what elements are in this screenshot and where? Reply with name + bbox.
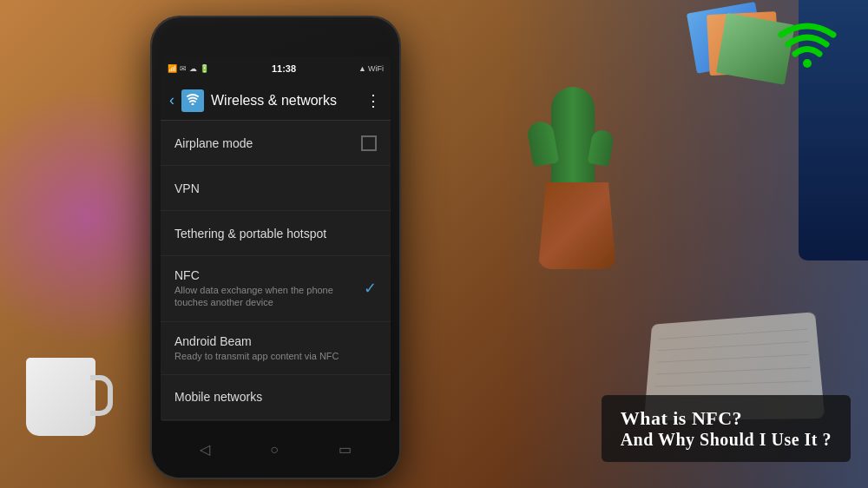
app-bar-icon — [181, 89, 204, 112]
airplane-mode-checkbox[interactable] — [361, 135, 377, 151]
bottom-text-line2: And Why Should I Use It ? — [621, 430, 832, 450]
phone-screen: 📶 ✉ ☁ 🔋 11:38 ▲ WiFi ‹ — [161, 56, 391, 421]
notification-icon: ☁ — [189, 64, 197, 73]
airplane-mode-item[interactable]: Airplane mode — [161, 121, 391, 166]
svg-point-0 — [803, 59, 812, 68]
svg-point-1 — [192, 103, 194, 106]
email-icon: ✉ — [180, 64, 187, 73]
vpn-title: VPN — [174, 181, 377, 195]
wifi-status-icon: WiFi — [368, 64, 384, 73]
nav-recents-button[interactable]: ▭ — [339, 441, 352, 458]
android-beam-subtitle: Ready to transmit app content via NFC — [174, 350, 377, 362]
battery-icon: 🔋 — [200, 64, 209, 73]
tethering-item[interactable]: Tethering & portable hotspot — [161, 211, 391, 256]
android-beam-content: Android Beam Ready to transmit app conte… — [174, 334, 377, 362]
airplane-mode-title: Airplane mode — [174, 136, 354, 150]
nfc-item[interactable]: NFC Allow data exchange when the phone t… — [161, 256, 391, 322]
mobile-networks-item[interactable]: Mobile networks — [161, 375, 391, 420]
status-time: 11:38 — [272, 63, 296, 74]
nfc-checkmark: ✓ — [364, 279, 377, 298]
nfc-subtitle: Allow data exchange when the phone touch… — [174, 284, 357, 309]
wifi-icon-large — [773, 13, 842, 69]
android-beam-title: Android Beam — [174, 334, 377, 348]
vpn-item[interactable]: VPN — [161, 166, 391, 211]
nfc-title: NFC — [174, 268, 357, 282]
mobile-networks-title: Mobile networks — [174, 390, 377, 404]
nav-home-button[interactable]: ○ — [270, 442, 279, 458]
tethering-content: Tethering & portable hotspot — [174, 227, 377, 241]
back-button[interactable]: ‹ — [169, 91, 174, 109]
android-beam-item[interactable]: Android Beam Ready to transmit app conte… — [161, 322, 391, 375]
bottom-text-overlay: What is NFC? And Why Should I Use It ? — [602, 395, 851, 462]
cactus — [551, 87, 595, 191]
tethering-title: Tethering & portable hotspot — [174, 227, 377, 241]
bottom-text-line1: What is NFC? — [621, 407, 832, 430]
nfc-content: NFC Allow data exchange when the phone t… — [174, 268, 357, 309]
airplane-mode-content: Airplane mode — [174, 136, 354, 150]
app-bar: ‹ Wireless & networks ⋮ — [161, 81, 391, 121]
sim-icon: 📶 — [168, 64, 177, 73]
nav-back-button[interactable]: ◁ — [200, 441, 210, 458]
plant-pot — [538, 182, 616, 269]
signal-icon: ▲ — [358, 64, 366, 73]
plant-area — [521, 26, 651, 269]
app-bar-title: Wireless & networks — [211, 93, 365, 109]
phone-body: 📶 ✉ ☁ 🔋 11:38 ▲ WiFi ‹ — [152, 17, 399, 478]
settings-list: Airplane mode VPN Tethering & portable h… — [161, 121, 391, 421]
phone-nav: ◁ ○ ▭ — [152, 421, 399, 478]
phone: 📶 ✉ ☁ 🔋 11:38 ▲ WiFi ‹ — [152, 17, 399, 478]
status-bar: 📶 ✉ ☁ 🔋 11:38 ▲ WiFi — [161, 56, 391, 81]
mug — [26, 358, 95, 436]
status-icons-left: 📶 ✉ ☁ 🔋 — [168, 64, 209, 73]
status-icons-right: ▲ WiFi — [358, 64, 384, 73]
wifi-badge — [773, 13, 842, 69]
wifi-icon-small — [186, 93, 200, 108]
overflow-menu[interactable]: ⋮ — [365, 91, 382, 110]
mobile-networks-content: Mobile networks — [174, 390, 377, 404]
vpn-content: VPN — [174, 181, 377, 195]
